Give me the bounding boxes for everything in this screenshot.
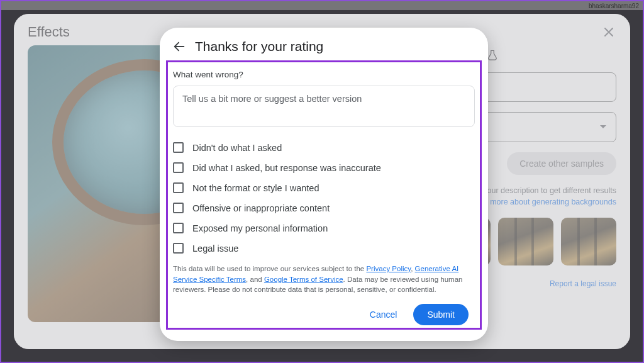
- checkbox-icon[interactable]: [173, 203, 184, 213]
- feedback-option[interactable]: Didn't do what I asked: [173, 142, 475, 153]
- cancel-button[interactable]: Cancel: [361, 304, 406, 325]
- feedback-option-label: Offensive or inappropriate content: [192, 203, 330, 213]
- modal-title: Thanks for your rating: [195, 39, 323, 54]
- feedback-modal: Thanks for your rating What went wrong? …: [160, 28, 488, 341]
- feedback-option[interactable]: Exposed my personal information: [173, 223, 475, 233]
- feedback-option[interactable]: Did what I asked, but response was inacc…: [173, 162, 475, 173]
- checkbox-icon[interactable]: [173, 223, 184, 233]
- checkbox-icon[interactable]: [173, 182, 184, 193]
- checkbox-icon[interactable]: [173, 243, 184, 254]
- feedback-option-label: Did what I asked, but response was inacc…: [192, 163, 381, 173]
- checkbox-icon[interactable]: [173, 142, 184, 153]
- feedback-option[interactable]: Not the format or style I wanted: [173, 182, 475, 193]
- feedback-option-label: Not the format or style I wanted: [192, 183, 319, 193]
- checkbox-icon[interactable]: [173, 162, 184, 173]
- google-tos-link[interactable]: Google Terms of Service: [264, 276, 343, 283]
- submit-button[interactable]: Submit: [413, 304, 469, 325]
- modal-question: What went wrong?: [173, 70, 475, 79]
- feedback-textarea[interactable]: [173, 86, 475, 127]
- feedback-option-label: Exposed my personal information: [192, 223, 328, 233]
- privacy-policy-link[interactable]: Privacy Policy: [366, 265, 411, 272]
- feedback-option[interactable]: Legal issue: [173, 243, 475, 254]
- back-arrow-icon[interactable]: [172, 40, 186, 53]
- feedback-option-label: Legal issue: [192, 243, 238, 254]
- account-hint: bhaskarsharma92: [589, 3, 639, 9]
- feedback-option-label: Didn't do what I asked: [192, 143, 282, 153]
- disclaimer-text: This data will be used to improve our se…: [173, 264, 475, 295]
- feedback-option[interactable]: Offensive or inappropriate content: [173, 203, 475, 213]
